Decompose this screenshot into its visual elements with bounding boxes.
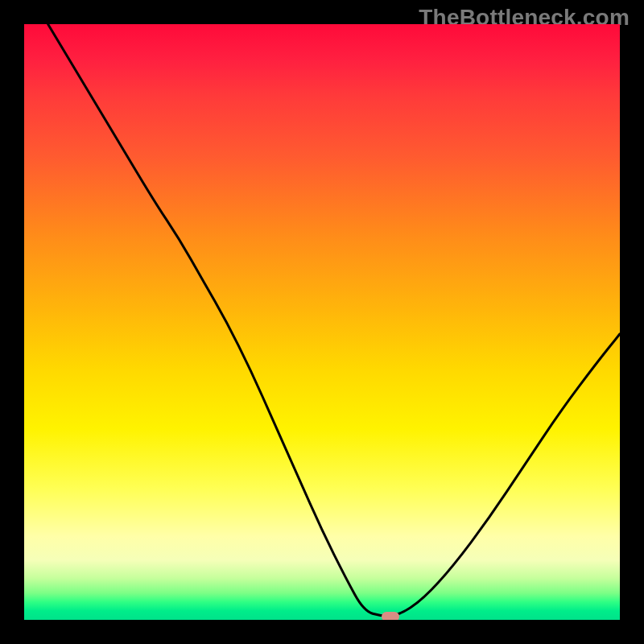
plot-area <box>24 24 620 620</box>
chart-frame: TheBottleneck.com <box>0 0 644 644</box>
bottleneck-curve <box>24 24 620 620</box>
curve-path <box>48 24 620 616</box>
minimum-marker <box>382 612 399 620</box>
